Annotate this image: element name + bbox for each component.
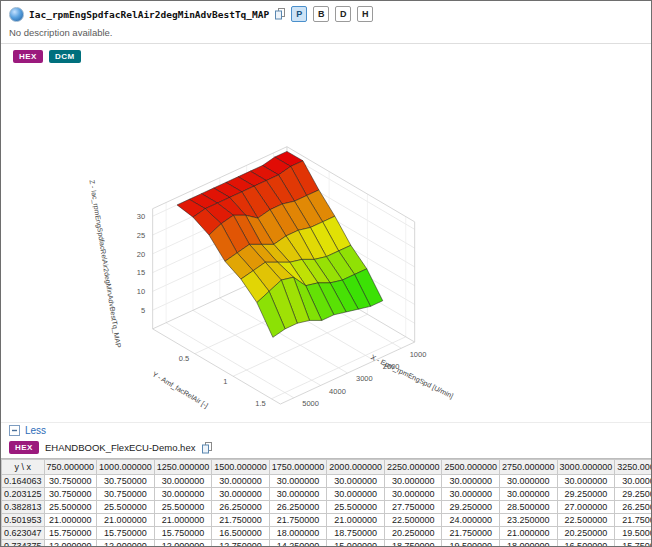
map-value-cell[interactable]: 18.750000 [327,527,385,540]
map-value-cell[interactable]: 30.000000 [212,475,270,488]
map-value-cell[interactable]: 21.000000 [44,514,97,527]
y-row-header[interactable]: 0.382813 [2,501,45,514]
map-value-cell[interactable]: 30.000000 [384,488,442,501]
format-badges: HEX DCM [1,44,651,65]
map-value-cell[interactable]: 28.500000 [500,501,558,514]
map-value-cell[interactable]: 22.500000 [557,514,615,527]
map-value-cell[interactable]: 30.000000 [500,488,558,501]
map-value-cell[interactable]: 21.750000 [269,514,327,527]
surface-3d-chart[interactable]: 51015202530100020003000400050000.511.5Z … [5,65,475,420]
map-value-cell[interactable]: 26.250000 [269,501,327,514]
map-value-cell[interactable]: 20.250000 [557,527,615,540]
map-value-cell[interactable]: 30.000000 [154,488,212,501]
map-value-cell[interactable]: 24.000000 [442,514,500,527]
y-row-header[interactable]: 0.623047 [2,527,45,540]
map-value-cell[interactable]: 21.000000 [154,514,212,527]
map-value-cell[interactable]: 30.000000 [327,475,385,488]
map-value-cell[interactable]: 20.250000 [384,527,442,540]
x-column-header[interactable]: 2250.000000 [384,460,442,475]
map-value-cell[interactable]: 30.000000 [269,488,327,501]
copy-title-icon[interactable] [274,8,286,21]
map-value-cell[interactable]: 18.000000 [269,527,327,540]
table-row: 0.20312530.75000030.75000030.00000030.00… [2,488,652,501]
map-value-cell[interactable]: 21.750000 [615,514,651,527]
tick-label: 4000 [329,387,346,396]
map-value-cell[interactable]: 16.500000 [212,527,270,540]
map-value-cell[interactable]: 30.000000 [269,475,327,488]
view-button-p[interactable]: P [291,6,307,22]
x-column-header[interactable]: 1500.000000 [212,460,270,475]
map-value-cell[interactable]: 27.000000 [557,501,615,514]
map-value-cell[interactable]: 30.000000 [442,488,500,501]
map-value-cell[interactable]: 29.250000 [615,488,651,501]
map-value-cell[interactable]: 18.750000 [384,540,442,547]
map-value-cell[interactable]: 23.250000 [500,514,558,527]
map-value-cell[interactable]: 21.000000 [500,527,558,540]
map-value-cell[interactable]: 25.500000 [44,501,97,514]
map-value-cell[interactable]: 12.000000 [97,540,155,547]
map-value-cell[interactable]: 15.750000 [154,527,212,540]
map-value-cell[interactable]: 26.250000 [212,501,270,514]
view-button-h[interactable]: H [357,6,373,22]
map-value-cell[interactable]: 26.250000 [615,501,651,514]
tick-label: 20 [137,250,145,259]
y-row-header[interactable]: 0.734375 [2,540,45,547]
map-value-cell[interactable]: 14.250000 [269,540,327,547]
x-column-header[interactable]: 750.000000 [44,460,97,475]
map-value-cell[interactable]: 30.750000 [97,475,155,488]
tick-label: 30 [137,212,145,221]
map-value-cell[interactable]: 30.750000 [44,475,97,488]
y-row-header[interactable]: 0.164063 [2,475,45,488]
map-value-cell[interactable]: 21.000000 [327,514,385,527]
map-value-cell[interactable]: 30.000000 [384,475,442,488]
map-value-cell[interactable]: 15.750000 [44,527,97,540]
map-value-cell[interactable]: 27.750000 [384,501,442,514]
map-value-cell[interactable]: 29.250000 [442,501,500,514]
map-value-cell[interactable]: 30.000000 [212,488,270,501]
view-button-b[interactable]: B [313,6,329,22]
x-column-header[interactable]: 2750.000000 [500,460,558,475]
x-column-header[interactable]: 3000.000000 [557,460,615,475]
x-column-header[interactable]: 2500.000000 [442,460,500,475]
map-value-cell[interactable]: 30.000000 [557,475,615,488]
view-button-d[interactable]: D [335,6,351,22]
copy-file-icon[interactable] [201,441,213,454]
map-value-cell[interactable]: 21.750000 [442,527,500,540]
x-column-header[interactable]: 2000.000000 [327,460,385,475]
map-value-cell[interactable]: 25.500000 [154,501,212,514]
map-value-cell[interactable]: 30.000000 [500,475,558,488]
collapse-icon[interactable] [9,425,20,436]
x-column-header[interactable]: 1000.000000 [97,460,155,475]
map-value-cell[interactable]: 30.000000 [442,475,500,488]
map-value-cell[interactable]: 12.750000 [212,540,270,547]
map-value-cell[interactable]: 21.750000 [212,514,270,527]
x-column-header[interactable]: 1750.000000 [269,460,327,475]
less-link[interactable]: Less [25,425,46,436]
map-value-cell[interactable]: 12.000000 [154,540,212,547]
table-row: 0.62304715.75000015.75000015.75000016.50… [2,527,652,540]
y-row-header[interactable]: 0.501953 [2,514,45,527]
map-value-cell[interactable]: 19.500000 [615,527,651,540]
map-value-cell[interactable]: 15.750000 [97,527,155,540]
map-value-cell[interactable]: 30.000000 [615,475,651,488]
map-value-cell[interactable]: 30.000000 [327,488,385,501]
map-value-cell[interactable]: 21.000000 [97,514,155,527]
map-value-cell[interactable]: 18.000000 [500,540,558,547]
map-value-cell[interactable]: 15.000000 [327,540,385,547]
map-value-cell[interactable]: 22.500000 [384,514,442,527]
tick-label: 1.5 [255,399,265,408]
map-value-cell[interactable]: 25.500000 [97,501,155,514]
map-value-cell[interactable]: 25.500000 [327,501,385,514]
map-value-cell[interactable]: 30.000000 [154,475,212,488]
map-value-cell[interactable]: 12.000000 [44,540,97,547]
map-value-cell[interactable]: 29.250000 [557,488,615,501]
y-row-header[interactable]: 0.203125 [2,488,45,501]
tick-label: 3000 [356,374,373,383]
map-value-cell[interactable]: 30.750000 [97,488,155,501]
map-value-cell[interactable]: 15.750000 [615,540,651,547]
map-value-cell[interactable]: 30.750000 [44,488,97,501]
x-column-header[interactable]: 1250.000000 [154,460,212,475]
x-column-header[interactable]: 3250.000000 [615,460,651,475]
map-value-cell[interactable]: 19.500000 [442,540,500,547]
map-value-cell[interactable]: 16.500000 [557,540,615,547]
